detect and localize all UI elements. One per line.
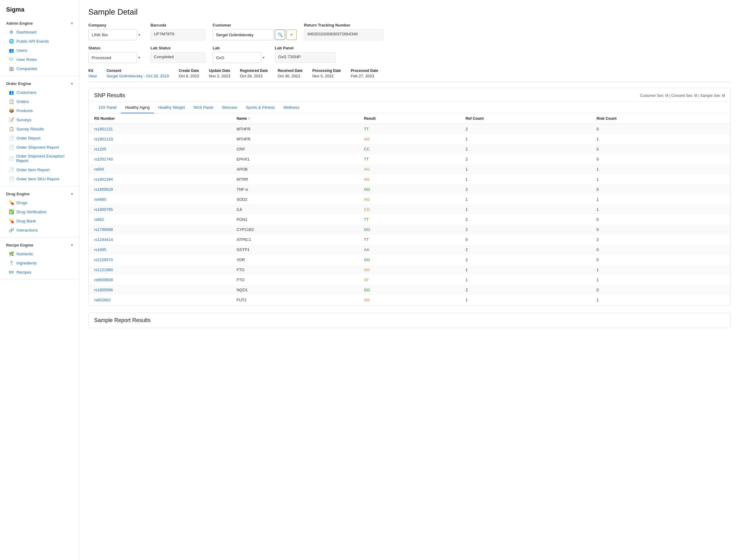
result-cell: TT (359, 124, 460, 134)
table-row: rs1051740EPHX1TT20 (89, 154, 731, 164)
sidebar-item-ingredients[interactable]: 🧂Ingredients (0, 258, 79, 268)
rs-number-cell[interactable]: rs1801131 (89, 124, 231, 134)
tab-wellness[interactable]: Wellness (279, 102, 304, 113)
rs-number-cell[interactable]: rs1800566 (89, 285, 231, 295)
result-value: AA (364, 248, 369, 252)
rs-number-cell[interactable]: rs1801133 (89, 134, 231, 144)
sidebar-item-users[interactable]: 👥Users (0, 46, 79, 55)
company-select-wrapper[interactable]: LINK Bio (88, 29, 143, 40)
customer-clear-button[interactable]: ✕ (286, 29, 297, 40)
tab-healthy-aging[interactable]: Healthy Aging (121, 102, 154, 113)
gene-name-cell: SOD2 (231, 194, 358, 204)
sidebar-section-admin-engine[interactable]: Admin Engine▾ (0, 18, 79, 27)
sidebar-item-drugs[interactable]: 💊Drugs (0, 198, 79, 207)
risk-count-cell: 0 (591, 255, 731, 265)
sidebar-section-order-engine[interactable]: Order Engine▾ (0, 78, 79, 88)
rs-number-cell[interactable]: rs1695 (89, 245, 231, 255)
sidebar-item-interactions[interactable]: 🔗Interactions (0, 225, 79, 235)
rs-number-cell[interactable]: rs1205 (89, 144, 231, 154)
company-select[interactable]: LINK Bio (88, 29, 137, 40)
sidebar-item-label: Dashboard (16, 30, 36, 34)
rs-number-cell[interactable]: rs693 (89, 164, 231, 174)
result-cell: AG (359, 295, 460, 305)
col-result[interactable]: Result (359, 113, 460, 124)
kit-link[interactable]: View (88, 74, 97, 78)
sidebar-item-dashboard[interactable]: ⚙Dashboard (0, 27, 79, 36)
sidebar-item-order-report[interactable]: 📄Order Report (0, 133, 79, 143)
consent-link[interactable]: Sergei Golimbievsky - Oct 28, 2019 (107, 74, 169, 78)
processing-date-value: Nov 5, 2022 (312, 74, 341, 78)
risk-count-cell: 0 (591, 224, 731, 235)
create-date-value: Oct 8, 2022 (179, 74, 199, 78)
sidebar-item-order-item-report[interactable]: 📄Order Item Report (0, 165, 79, 174)
sidebar-item-products[interactable]: 📦Products (0, 106, 79, 115)
sidebar-item-orders[interactable]: 📋Orders (0, 97, 79, 106)
rs-number-cell[interactable]: rs1051740 (89, 154, 231, 164)
tab-ngs-panel[interactable]: NGS Panel (189, 102, 217, 113)
table-row: rs662PON1TT20 (89, 214, 731, 224)
table-row: rs1800795IL6CG11 (89, 204, 731, 214)
form-row-1: Company LINK Bio Barcode UF7M78T6 Custom… (88, 23, 731, 40)
risk-count-cell: 0 (591, 124, 731, 134)
table-row: rs1121980FTOAG11 (89, 265, 731, 275)
lab-select-wrapper[interactable]: GxG (213, 52, 268, 63)
ref-count-cell: 2 (460, 285, 591, 295)
order-shipment-report-icon: 📄 (8, 145, 14, 150)
return-tracking-group: Return Tracking Number 94020102008303726… (304, 23, 383, 40)
sidebar-item-recipes[interactable]: 🍽Recipes (0, 268, 79, 277)
sidebar-item-drug-bank[interactable]: 💊Drug Bank (0, 216, 79, 225)
rs-number-cell[interactable]: rs1800629 (89, 184, 231, 194)
col-ref-count[interactable]: Ref Count (460, 113, 591, 124)
sidebar-item-order-shipment-report[interactable]: 📄Order Shipment Report (0, 143, 79, 152)
sidebar-item-order-item-sku-report[interactable]: 📄Order Item SKU Report (0, 174, 79, 183)
rs-number-cell[interactable]: rs2228570 (89, 255, 231, 265)
result-cell: AA (359, 245, 460, 255)
lab-status-label: Lab Status (151, 46, 205, 50)
rs-number-cell[interactable]: rs9939609 (89, 275, 231, 285)
col-rs-number[interactable]: RS Number (89, 113, 231, 124)
sidebar-item-customers[interactable]: 👥Customers (0, 88, 79, 97)
lab-panel-group: Lab Panel GxG 73SNP (275, 46, 336, 63)
col-risk-count[interactable]: Risk Count (591, 113, 731, 124)
rs-number-cell[interactable]: rs1244414 (89, 235, 231, 245)
result-value: GG (364, 288, 370, 292)
risk-count-cell: 0 (591, 285, 731, 295)
tab-healthy-weight[interactable]: Healthy Weight (154, 102, 189, 113)
rs-number-cell[interactable]: rs1800795 (89, 204, 231, 214)
result-value: AG (364, 298, 370, 302)
col-name[interactable]: Name ↑ (231, 113, 358, 124)
tab-10x-panel[interactable]: 10X Panel (94, 102, 121, 113)
sidebar-item-user-roles[interactable]: 🛡User Roles (0, 55, 79, 64)
customer-input[interactable]: Sergei Golimbievsky (213, 29, 274, 40)
sidebar-item-drug-verification[interactable]: ✅Drug Verification (0, 207, 79, 216)
order-shipment-exception-report-icon: 📄 (8, 156, 14, 161)
rs-number-cell[interactable]: rs1799998 (89, 224, 231, 235)
status-select[interactable]: Processed (88, 52, 137, 63)
sidebar-item-survey-results[interactable]: 📋Survey Results (0, 124, 79, 133)
result-value: AT (364, 278, 369, 282)
customer-search-button[interactable]: 🔍 (275, 29, 285, 40)
rs-number-cell[interactable]: rs602662 (89, 295, 231, 305)
sidebar-item-nutrients[interactable]: 🌿Nutrients (0, 249, 79, 258)
sidebar-item-surveys[interactable]: 📝Surveys (0, 115, 79, 124)
result-cell: TT (359, 214, 460, 224)
result-value: AG (364, 268, 370, 272)
rs-number-cell[interactable]: rs4880 (89, 194, 231, 204)
tab-skincare[interactable]: Skincare (217, 102, 242, 113)
rs-number-cell[interactable]: rs1801394 (89, 174, 231, 184)
sidebar-item-companies[interactable]: 🏢Companies (0, 64, 79, 73)
lab-select[interactable]: GxG (213, 52, 261, 63)
table-row: rs1801133MTHFRAG11 (89, 134, 731, 144)
received-date-value: Oct 30, 2022 (278, 74, 302, 78)
rs-number-cell[interactable]: rs1121980 (89, 265, 231, 275)
status-select-wrapper[interactable]: Processed (88, 52, 143, 63)
sidebar-section-recipe-engine[interactable]: Recipe Engine▾ (0, 240, 79, 249)
sidebar-section-drug-engine[interactable]: Drug Engine▾ (0, 189, 79, 198)
lab-label: Lab (213, 46, 268, 50)
sidebar-item-public-api-events[interactable]: 🌐Public API Events (0, 36, 79, 46)
tab-sports-fitness[interactable]: Sports & Fitness (242, 102, 279, 113)
table-row: rs1801394MTRRAG11 (89, 174, 731, 184)
sidebar-item-label: Drug Bank (16, 219, 36, 223)
sidebar-item-order-shipment-exception-report[interactable]: 📄Order Shipment Exception Report (0, 152, 79, 165)
rs-number-cell[interactable]: rs662 (89, 214, 231, 224)
